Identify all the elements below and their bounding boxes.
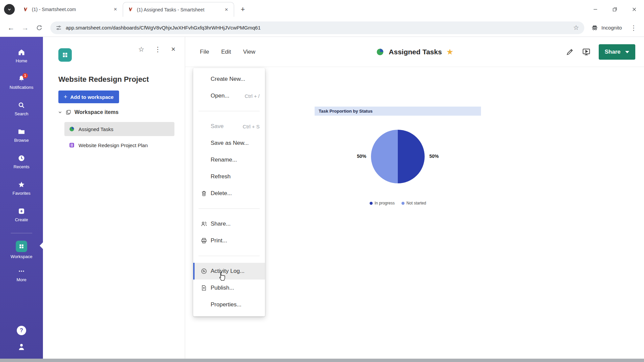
tree-item-label: Assigned Tasks [78,126,113,132]
menu-item-delete[interactable]: Delete... [193,185,265,202]
publish-icon [201,285,207,291]
menu-item-label: Save as New... [211,140,249,146]
add-to-workspace-button[interactable]: + Add to workspace [58,90,119,103]
restore-button[interactable] [605,0,625,19]
presentation-mode-icon[interactable] [582,48,591,56]
chevron-down-icon [625,51,629,53]
menubar: File Edit View [200,37,255,67]
menu-item-activity-log[interactable]: Activity Log... [193,263,265,280]
menu-item-label: Share... [211,221,231,227]
printer-icon [201,237,207,244]
window-controls [586,0,644,19]
sidebar-item-notifications[interactable]: 1 Notifications [0,72,43,99]
tab-close-icon[interactable]: × [223,6,230,13]
kebab-menu-icon[interactable]: ⋮ [154,45,161,53]
chart-legend: In progress Not started [315,201,481,205]
chevron-down-icon[interactable] [58,110,62,115]
tab-title: (1) Assigned Tasks - Smartsheet [137,7,220,12]
ellipsis-icon [17,267,25,275]
address-bar[interactable]: app.smartsheet.com/dashboards/CfWgV8vQhj… [50,21,584,34]
tab-close-icon[interactable]: × [112,6,119,13]
header-actions: Share [566,37,635,67]
favorited-star-icon[interactable]: ★ [446,47,453,57]
sidebar-item-workspace[interactable]: Workspace [0,238,43,264]
home-icon [17,48,25,56]
close-button[interactable] [625,0,644,19]
pie-chart-icon [69,126,75,132]
forward-button[interactable]: → [19,21,32,34]
back-button[interactable]: ← [5,21,17,34]
tab-smartsheet-home[interactable]: (1) - Smartsheet.com × [18,2,123,17]
sidebar-item-favorites[interactable]: Favorites [0,178,43,204]
site-info-icon[interactable] [56,25,62,31]
menu-divider [199,256,260,256]
bell-icon: 1 [17,75,25,83]
smartsheet-favicon [23,7,29,12]
browser-menu-button[interactable]: ⋮ [628,24,639,32]
reload-button[interactable] [33,21,46,34]
menu-file[interactable]: File [200,49,209,55]
help-button[interactable]: ? [17,326,26,335]
menu-item-save-as-new[interactable]: Save as New... [193,135,265,152]
menu-item-create-new[interactable]: Create New... [193,71,265,87]
legend-item-in-progress: In progress [370,201,395,205]
people-icon [201,221,207,227]
tree-item-project-plan[interactable]: Website Redesign Project Plan [64,138,174,152]
sidebar-item-label: Home [16,58,28,63]
incognito-icon [591,24,598,32]
folder-icon [17,128,25,136]
tab-assigned-tasks[interactable]: (1) Assigned Tasks - Smartsheet × [123,2,234,17]
star-icon [17,181,25,189]
pie-chart-area: 50% 50% [315,116,481,199]
sidebar-item-create[interactable]: Create [0,204,43,231]
pie-chart-icon [376,48,384,56]
sidebar-item-label: Notifications [10,85,34,90]
workspace-items-node[interactable]: Workspace items [58,109,118,115]
minimize-button[interactable] [586,0,605,19]
menu-item-label: Refresh [211,173,231,180]
url-text[interactable]: app.smartsheet.com/dashboards/CfWgV8vQhj… [66,25,569,31]
menu-item-rename[interactable]: Rename... [193,152,265,168]
legend-label: In progress [375,201,395,205]
nav-rail: Home 1 Notifications Search Browse Recen… [0,37,43,359]
favorite-star-icon[interactable]: ☆ [138,45,144,53]
sidebar-item-search[interactable]: Search [0,99,43,125]
workspace-icon [16,241,27,252]
clock-icon [17,154,25,162]
incognito-label: Incognito [601,25,622,31]
sidebar-item-home[interactable]: Home [0,46,43,72]
dashboard-header: File Edit View Assigned Tasks ★ Share [185,37,644,67]
menu-divider [199,208,260,209]
menu-item-open[interactable]: Open... Ctrl + / [193,87,265,104]
close-panel-icon[interactable]: × [171,45,175,54]
menu-item-publish[interactable]: Publish... [193,280,265,296]
menu-item-properties[interactable]: Properties... [193,296,265,313]
bookmark-star-icon[interactable]: ☆ [573,24,579,32]
tree-root-label: Workspace items [74,109,118,115]
menu-item-label: Delete... [211,190,232,197]
minimize-icon [592,6,598,12]
menu-item-share[interactable]: Share... [193,216,265,232]
menu-item-label: Create New... [211,76,245,82]
sidebar-item-label: Browse [14,138,29,143]
tree-item-assigned-tasks[interactable]: Assigned Tasks [64,122,174,136]
legend-item-not-started: Not started [401,201,426,205]
tab-search-button[interactable] [4,4,15,15]
edit-pencil-icon[interactable] [566,48,574,56]
menu-edit[interactable]: Edit [221,49,231,55]
menu-item-refresh[interactable]: Refresh [193,168,265,185]
dashboard-title-group: Assigned Tasks ★ [376,37,453,67]
task-proportion-widget[interactable]: Task Proportion by Status 50% 50% In pro… [315,107,481,205]
menu-item-print[interactable]: Print... [193,232,265,249]
close-icon [631,6,637,12]
add-to-workspace-label: Add to workspace [70,94,114,100]
menu-item-label: Activity Log... [211,268,245,275]
sidebar-item-more[interactable]: More [0,264,43,291]
share-button[interactable]: Share [599,44,635,60]
sidebar-item-browse[interactable]: Browse [0,125,43,152]
sidebar-item-label: Favorites [12,191,30,196]
sidebar-item-recents[interactable]: Recents [0,152,43,178]
new-tab-button[interactable]: + [237,4,248,15]
account-avatar[interactable] [17,343,26,353]
menu-view[interactable]: View [243,49,256,55]
